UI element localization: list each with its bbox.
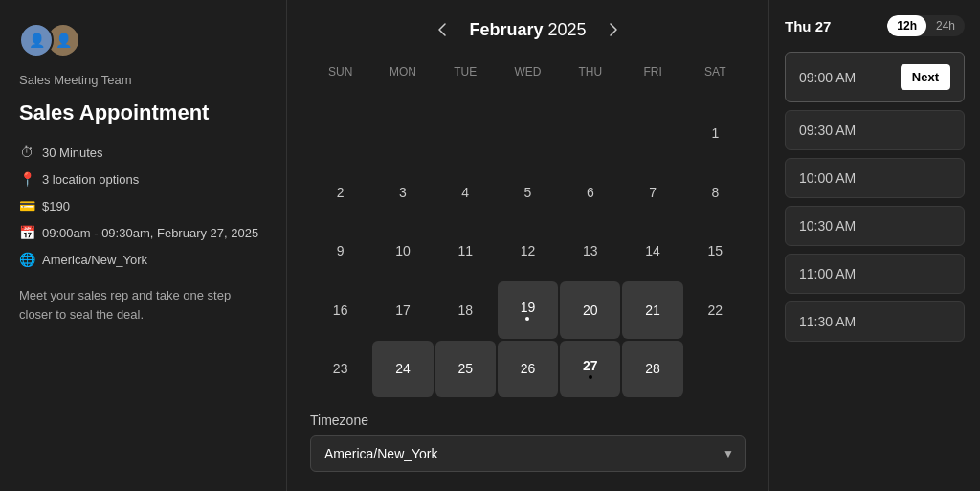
prev-month-button[interactable] [431, 19, 454, 40]
day-cell[interactable]: 26 [498, 341, 558, 398]
duration-item: ⏱ 30 Minutes [19, 145, 267, 160]
right-header: Thu 27 12h 24h [785, 15, 965, 36]
year-label: 2025 [548, 20, 587, 39]
team-name: Sales Meeting Team [19, 73, 267, 87]
weekday-header: SUN [310, 59, 370, 103]
time-slot[interactable]: 09:30 AM [785, 110, 965, 150]
time-slot[interactable]: 11:30 AM [785, 301, 965, 342]
time-slot[interactable]: 11:00 AM [785, 254, 965, 294]
description: Meet your sales rep and take one step cl… [19, 286, 267, 324]
weekday-header: MON [372, 59, 433, 103]
weekday-header: FRI [622, 59, 682, 103]
time-slot-label: 09:00 AM [799, 70, 856, 85]
duration-label: 30 Minutes [42, 145, 103, 160]
day-cell[interactable]: 19 [498, 281, 558, 339]
avatar-group: 👤 👤 [19, 23, 267, 57]
location-label: 3 location options [42, 172, 139, 187]
day-cell[interactable]: 6 [560, 164, 620, 221]
day-cell[interactable]: 9 [310, 223, 370, 280]
day-cell[interactable]: 22 [685, 281, 746, 339]
day-cell[interactable]: 2 [310, 164, 370, 221]
time-slot-label: 10:30 AM [799, 218, 856, 234]
day-cell[interactable]: 10 [372, 223, 433, 280]
day-cell[interactable]: 16 [310, 281, 370, 339]
time-slot-label: 11:00 AM [799, 266, 856, 281]
format-24h-button[interactable]: 24h [926, 15, 965, 36]
format-12h-button[interactable]: 12h [887, 15, 926, 36]
day-cell [685, 341, 746, 398]
day-cell[interactable]: 14 [622, 223, 682, 280]
day-cell[interactable]: 18 [435, 281, 496, 339]
price-icon: 💳 [19, 198, 34, 213]
time-slot[interactable]: 10:30 AM [785, 206, 965, 246]
location-icon: 📍 [19, 171, 34, 187]
time-slot[interactable]: 10:00 AM [785, 158, 965, 198]
month-year-title: February 2025 [469, 20, 586, 40]
weekday-header: SAT [685, 59, 746, 103]
day-cell[interactable]: 11 [435, 223, 496, 280]
day-cell[interactable]: 17 [372, 281, 433, 339]
day-cell[interactable]: 4 [435, 164, 496, 221]
day-cell[interactable]: 5 [498, 164, 558, 221]
time-slot-label: 10:00 AM [799, 170, 856, 186]
time-slot-label: 11:30 AM [799, 314, 856, 329]
weekday-header: WED [498, 59, 558, 103]
avatar-1: 👤 [19, 23, 54, 57]
left-panel: 👤 👤 Sales Meeting Team Sales Appointment… [0, 0, 287, 491]
day-cell[interactable]: 13 [560, 223, 620, 280]
globe-icon: 🌐 [19, 252, 34, 267]
weekday-header: TUE [435, 59, 496, 103]
time-label: 09:00am - 09:30am, February 27, 2025 [42, 226, 258, 240]
weekday-header: THU [560, 59, 620, 103]
day-cell[interactable]: 12 [498, 223, 558, 280]
timezone-select[interactable]: America/New_York America/Los_Angeles Ame… [310, 435, 746, 472]
timezone-select-wrapper[interactable]: America/New_York America/Los_Angeles Ame… [310, 435, 746, 472]
timezone-item: 🌐 America/New_York [19, 252, 267, 267]
right-panel: Thu 27 12h 24h 09:00 AMNext09:30 AM10:00… [769, 0, 980, 491]
location-item: 📍 3 location options [19, 171, 267, 187]
calendar-grid: SUNMONTUEWEDTHUFRISAT1234567891011121314… [310, 59, 746, 397]
timezone-section: Timezone America/New_York America/Los_An… [310, 413, 746, 472]
time-item: 📅 09:00am - 09:30am, February 27, 2025 [19, 225, 267, 240]
event-title: Sales Appointment [19, 100, 267, 125]
price-label: $190 [42, 199, 70, 213]
time-slots-container: 09:00 AMNext09:30 AM10:00 AM10:30 AM11:0… [785, 52, 965, 349]
calendar-icon: 📅 [19, 225, 34, 240]
center-panel: February 2025 SUNMONTUEWEDTHUFRISAT12345… [287, 0, 769, 491]
day-cell[interactable]: 15 [685, 223, 746, 280]
day-cell[interactable]: 3 [372, 164, 433, 221]
day-cell [310, 105, 370, 163]
day-cell[interactable]: 1 [685, 105, 746, 163]
day-cell [435, 105, 496, 163]
price-item: 💳 $190 [19, 198, 267, 213]
day-cell[interactable]: 23 [310, 341, 370, 398]
selected-date-label: Thu 27 [785, 18, 831, 34]
day-cell[interactable]: 20 [560, 281, 620, 339]
day-cell [372, 105, 433, 163]
timezone-section-label: Timezone [310, 413, 746, 428]
clock-icon: ⏱ [19, 145, 34, 160]
day-cell[interactable]: 21 [622, 281, 682, 339]
day-cell[interactable]: 27 [560, 341, 620, 398]
time-slot[interactable]: 09:00 AMNext [785, 52, 965, 102]
day-cell[interactable]: 8 [685, 164, 746, 221]
time-format-toggle: 12h 24h [887, 15, 965, 36]
day-cell [560, 105, 620, 163]
calendar-header: February 2025 [310, 19, 746, 40]
day-cell [622, 105, 682, 163]
time-slot-label: 09:30 AM [799, 123, 856, 138]
day-cell[interactable]: 25 [435, 341, 496, 398]
next-month-button[interactable] [602, 19, 625, 40]
day-cell [498, 105, 558, 163]
month-label: February [469, 20, 543, 39]
day-cell[interactable]: 7 [622, 164, 682, 221]
day-cell[interactable]: 24 [372, 341, 433, 398]
timezone-label-left: America/New_York [42, 253, 147, 267]
day-cell[interactable]: 28 [622, 341, 682, 398]
next-button[interactable]: Next [901, 64, 950, 90]
